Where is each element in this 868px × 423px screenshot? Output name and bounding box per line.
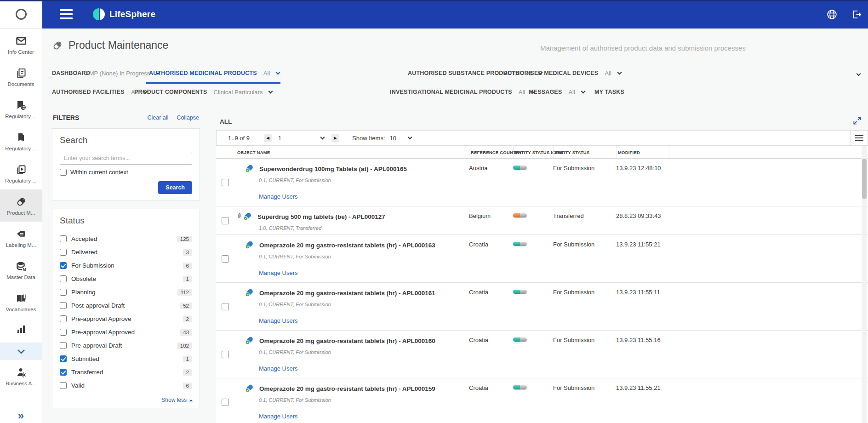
- tab-investigational-medicinal-products[interactable]: INVESTIGATIONAL MEDICINAL PRODUCTS All: [390, 86, 535, 97]
- row-checkbox[interactable]: [222, 255, 229, 263]
- tab-messages[interactable]: MESSAGES All: [529, 86, 585, 97]
- page-select[interactable]: 1: [275, 135, 327, 142]
- status-checkbox[interactable]: [60, 235, 67, 242]
- within-context-checkbox[interactable]: [60, 169, 67, 176]
- sidebar-item-regulatory-play[interactable]: Regulatory ...: [0, 157, 42, 189]
- status-checkbox[interactable]: [60, 302, 67, 309]
- sidebar-item-regulatory-globe[interactable]: Regulatory ...: [0, 93, 42, 125]
- status-checkbox[interactable]: [60, 262, 67, 269]
- sidebar-item-analytics[interactable]: [0, 318, 42, 340]
- status-checkbox[interactable]: [60, 249, 67, 256]
- logout-icon[interactable]: [851, 8, 862, 20]
- status-label: Accepted: [71, 235, 172, 242]
- status-checkbox[interactable]: [60, 275, 67, 282]
- status-capsule-icon: [513, 385, 527, 389]
- tabs-overflow-chevron[interactable]: [857, 69, 860, 77]
- topbar: LifeSphere: [42, 0, 868, 29]
- object-version-status: 0.1, CURRENT, For Submission: [234, 177, 469, 183]
- hamburger-menu-icon[interactable]: [60, 9, 73, 19]
- status-checkbox[interactable]: [60, 315, 67, 322]
- sidebar-item-vocabularies[interactable]: Vocabularies: [0, 286, 42, 318]
- tab-authorised-facilities[interactable]: AUTHORISED FACILITIES All: [52, 86, 147, 97]
- sidebar-item-label: Master Data: [6, 274, 35, 280]
- status-label: Pre-approval Approve: [71, 315, 178, 322]
- page-size-select[interactable]: 10: [390, 135, 411, 142]
- tab-my-tasks[interactable]: MY TASKS: [594, 86, 624, 97]
- column-header[interactable]: REFERENCE COUNTRY: [469, 146, 513, 158]
- manage-users-link[interactable]: Manage Users: [259, 269, 298, 276]
- tab-authorised-medical-devices[interactable]: AUTHORISED MEDICAL DEVICES All: [503, 68, 621, 79]
- sidebar-item-business-admin[interactable]: Business A...: [0, 360, 42, 392]
- product-icon: [245, 163, 256, 174]
- object-name-link[interactable]: Superwonderdrug 100mg Tablets (at) - APL…: [259, 166, 407, 172]
- status-checkbox[interactable]: [60, 342, 67, 349]
- row-checkbox[interactable]: [222, 399, 229, 406]
- status-filter-card: Status Accepted 125 Delivered 3 For Subm…: [52, 209, 200, 408]
- show-less-link[interactable]: Show less: [60, 397, 192, 403]
- reference-country-cell: Croatia: [469, 235, 513, 282]
- row-checkbox[interactable]: [222, 351, 229, 358]
- status-filter-item: Submitted 1: [60, 352, 192, 366]
- globe-icon[interactable]: [826, 8, 838, 20]
- next-page-button[interactable]: ▶: [331, 134, 339, 142]
- sidebar-item-info-center[interactable]: Info Center: [0, 29, 42, 61]
- manage-users-link[interactable]: Manage Users: [259, 365, 298, 372]
- status-checkbox[interactable]: [60, 369, 67, 376]
- status-filter-item: Accepted 125: [60, 232, 192, 246]
- sidebar-item-product-maintenance[interactable]: Product M...: [0, 189, 42, 222]
- reference-country-cell: Croatia: [469, 331, 513, 378]
- expand-icon[interactable]: [853, 116, 862, 127]
- status-filter-item: For Submission 6: [60, 259, 192, 272]
- clear-all-link[interactable]: Clear all: [148, 114, 169, 121]
- object-name-link[interactable]: Omeprazole 20 mg gastro-resistant tablet…: [259, 242, 435, 249]
- object-name-link[interactable]: Superdrug 500 mg tablets (be) - APL00012…: [257, 213, 385, 220]
- scrollbar-thumb[interactable]: [862, 159, 867, 199]
- manage-users-link[interactable]: Manage Users: [259, 413, 298, 420]
- previous-page-button[interactable]: ◀: [264, 134, 272, 142]
- status-checkbox[interactable]: [60, 355, 67, 362]
- sidebar-item-labeling[interactable]: Labeling M...: [0, 222, 42, 254]
- vertical-scrollbar[interactable]: [862, 146, 867, 423]
- column-header[interactable]: MODIFIED: [616, 146, 669, 158]
- object-name-link[interactable]: Omeprazole 20 mg gastro-resistant tablet…: [259, 337, 435, 344]
- sidebar-collapse-button[interactable]: »: [0, 409, 42, 422]
- view-options-button[interactable]: [850, 131, 868, 145]
- chevron-down-icon: [276, 70, 280, 74]
- row-checkbox[interactable]: [222, 303, 229, 310]
- sidebar-item-master-data[interactable]: MMaster Data: [0, 254, 42, 286]
- tab-product-components[interactable]: PRODUCT COMPONENTS Clinical Particulars: [134, 86, 272, 97]
- sidebar-item-regulatory-book[interactable]: Regulatory ...: [0, 125, 42, 157]
- status-checkbox[interactable]: [60, 329, 67, 336]
- modified-cell: 13.9.23 12:48:10: [616, 159, 669, 206]
- status-filter-item: Pre-approval Approve 2: [60, 312, 192, 326]
- row-checkbox[interactable]: [222, 179, 229, 186]
- manage-users-link[interactable]: Manage Users: [259, 317, 298, 324]
- status-capsule-icon: [513, 213, 527, 217]
- product-icon: [245, 383, 256, 394]
- column-header[interactable]: ENTITY STATUS: [553, 146, 616, 158]
- tab-dashboard[interactable]: DASHBOARD: [52, 68, 90, 79]
- status-checkbox[interactable]: [60, 382, 67, 389]
- status-filter-item: Pre-approval Approved 43: [60, 326, 192, 339]
- tab-authorised-medicinal-products[interactable]: AUTHORISED MEDICINAL PRODUCTS All: [149, 68, 280, 79]
- pagination-range: 1..9 of 9: [228, 135, 264, 142]
- manage-users-link[interactable]: Manage Users: [259, 193, 298, 200]
- object-name-link[interactable]: Omeprazole 20 mg gastro-resistant tablet…: [259, 385, 435, 392]
- collapse-filters-link[interactable]: Collapse: [177, 114, 199, 121]
- results-area: ALL 1..9 of 9 ◀ 1 ▶ Show Items: 10 OBJEC…: [216, 113, 868, 423]
- show-items-label: Show Items:: [352, 135, 385, 142]
- vocabularies-icon: [15, 292, 27, 304]
- column-header[interactable]: ENTITY STATUS ICON: [513, 146, 553, 158]
- sidebar-item-documents[interactable]: Documents: [0, 61, 42, 93]
- labeling-icon: [15, 228, 27, 240]
- table-row: Omeprazole 20 mg gastro-resistant tablet…: [216, 235, 868, 283]
- row-checkbox[interactable]: [222, 217, 229, 224]
- search-button[interactable]: Search: [158, 181, 192, 194]
- search-input[interactable]: [60, 152, 192, 165]
- sidebar-item-label: Documents: [7, 81, 34, 87]
- column-header[interactable]: OBJECT NAME: [234, 146, 469, 158]
- status-checkbox[interactable]: [60, 289, 67, 296]
- object-name-link[interactable]: Omeprazole 20 mg gastro-resistant tablet…: [259, 290, 435, 297]
- regulatory-globe-icon: [15, 99, 27, 111]
- sidebar-item-chevron-down[interactable]: [0, 343, 42, 360]
